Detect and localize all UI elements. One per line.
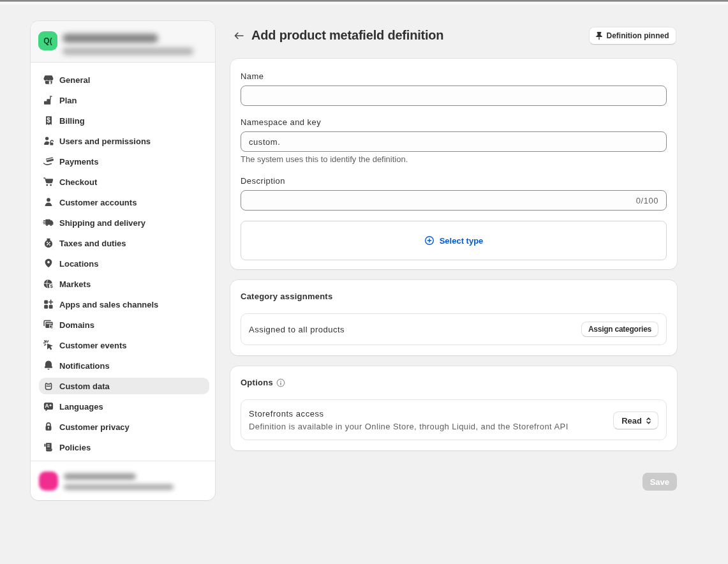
svg-text:$: $ <box>47 117 50 124</box>
svg-text:A: A <box>45 403 49 409</box>
svg-text:$: $ <box>50 283 53 289</box>
